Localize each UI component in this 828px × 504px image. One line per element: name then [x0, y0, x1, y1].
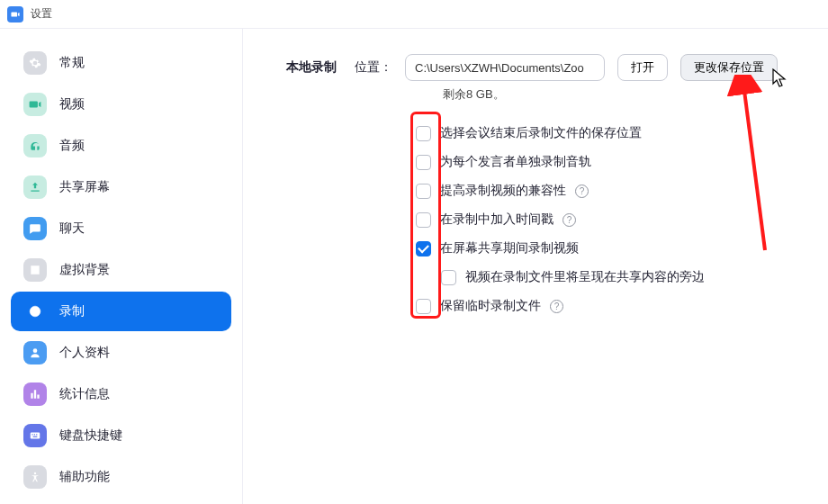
- checkbox-icon[interactable]: [416, 126, 431, 141]
- sidebar-item-general[interactable]: 常规: [11, 43, 231, 83]
- option-compatibility[interactable]: 提高录制视频的兼容性 ?: [416, 176, 806, 205]
- sidebar-item-label: 音频: [59, 138, 85, 154]
- recording-options: 选择会议结束后录制文件的保存位置 为每个发言者单独录制音轨 提高录制视频的兼容性…: [416, 119, 806, 320]
- help-icon[interactable]: ?: [562, 213, 576, 227]
- video-icon: [23, 93, 47, 116]
- keyboard-icon: [23, 424, 47, 447]
- chat-icon: [23, 217, 47, 240]
- sidebar-item-profile[interactable]: 个人资料: [11, 333, 231, 373]
- checkbox-icon[interactable]: [416, 155, 431, 170]
- option-label: 保留临时录制文件: [440, 298, 541, 314]
- change-location-button[interactable]: 更改保存位置: [680, 54, 778, 81]
- sidebar-item-chat[interactable]: 聊天: [11, 209, 231, 248]
- option-label: 为每个发言者单独录制音轨: [440, 154, 591, 170]
- help-icon[interactable]: ?: [575, 184, 589, 198]
- sidebar-item-label: 视频: [59, 96, 85, 112]
- profile-icon: [23, 341, 47, 364]
- sidebar-item-label: 个人资料: [59, 345, 110, 361]
- option-choose-save-location[interactable]: 选择会议结束后录制文件的保存位置: [416, 119, 806, 148]
- option-video-beside-share[interactable]: 视频在录制文件里将呈现在共享内容的旁边: [441, 263, 806, 292]
- option-separate-audio[interactable]: 为每个发言者单独录制音轨: [416, 148, 806, 176]
- sidebar-item-label: 常规: [59, 55, 85, 71]
- option-label: 在屏幕共享期间录制视频: [440, 240, 579, 256]
- svg-rect-7: [33, 436, 38, 437]
- open-folder-button[interactable]: 打开: [617, 54, 668, 81]
- svg-rect-3: [31, 433, 40, 439]
- option-timestamp[interactable]: 在录制中加入时间戳 ?: [416, 205, 806, 234]
- checkbox-icon[interactable]: [416, 299, 431, 314]
- sidebar-item-label: 虚拟背景: [59, 262, 110, 278]
- recording-settings-panel: 本地录制 位置： C:\Users\XZWH\Documents\Zoo 打开 …: [243, 29, 828, 504]
- sidebar-item-video[interactable]: 视频: [11, 85, 231, 124]
- local-recording-title: 本地录制: [286, 59, 337, 76]
- remaining-space-text: 剩余8 GB。: [443, 86, 806, 103]
- checkbox-icon[interactable]: [416, 184, 431, 199]
- checkbox-icon[interactable]: [416, 241, 431, 256]
- sidebar-item-audio[interactable]: 音频: [11, 126, 231, 166]
- sidebar-item-label: 聊天: [59, 220, 85, 237]
- svg-point-2: [33, 348, 38, 353]
- sidebar-item-virtual-background[interactable]: 虚拟背景: [11, 250, 231, 290]
- record-icon: [23, 300, 47, 323]
- option-label: 视频在录制文件里将呈现在共享内容的旁边: [465, 269, 705, 285]
- window-title: 设置: [31, 6, 52, 22]
- sidebar-item-recording[interactable]: 录制: [11, 292, 231, 331]
- virtual-background-icon: [23, 258, 47, 282]
- svg-rect-6: [36, 434, 37, 435]
- sidebar-item-accessibility[interactable]: 辅助功能: [11, 457, 231, 497]
- headphones-icon: [23, 134, 47, 158]
- svg-rect-4: [32, 434, 33, 435]
- sidebar-item-label: 辅助功能: [59, 469, 110, 485]
- titlebar: 设置: [0, 0, 828, 29]
- share-screen-icon: [23, 176, 47, 199]
- help-icon[interactable]: ?: [550, 300, 563, 313]
- option-label: 提高录制视频的兼容性: [440, 183, 566, 199]
- zoom-app-icon: [7, 6, 23, 22]
- sidebar-item-label: 键盘快捷键: [59, 428, 122, 444]
- gear-icon: [23, 51, 47, 75]
- sidebar-item-keyboard[interactable]: 键盘快捷键: [11, 416, 231, 455]
- checkbox-icon[interactable]: [416, 212, 431, 228]
- checkbox-icon[interactable]: [441, 270, 456, 285]
- svg-point-1: [32, 309, 38, 314]
- accessibility-icon: [23, 465, 47, 489]
- option-label: 在录制中加入时间戳: [440, 212, 554, 228]
- location-label: 位置：: [355, 59, 392, 76]
- sidebar-item-label: 统计信息: [59, 386, 110, 402]
- svg-rect-5: [34, 434, 35, 435]
- svg-point-8: [34, 472, 36, 474]
- sidebar-item-share-screen[interactable]: 共享屏幕: [11, 167, 231, 207]
- option-record-during-share[interactable]: 在屏幕共享期间录制视频: [416, 234, 806, 263]
- recording-path-text: C:\Users\XZWH\Documents\Zoo: [415, 61, 584, 75]
- stats-icon: [23, 382, 47, 406]
- option-label: 选择会议结束后录制文件的保存位置: [440, 125, 642, 141]
- sidebar-item-label: 共享屏幕: [59, 179, 110, 195]
- option-keep-temp[interactable]: 保留临时录制文件 ?: [416, 292, 806, 320]
- sidebar-item-label: 录制: [59, 303, 85, 320]
- recording-path-input[interactable]: C:\Users\XZWH\Documents\Zoo: [405, 54, 605, 81]
- settings-sidebar: 常规 视频 音频 共享屏幕 聊天: [0, 29, 243, 504]
- sidebar-item-stats[interactable]: 统计信息: [11, 374, 231, 414]
